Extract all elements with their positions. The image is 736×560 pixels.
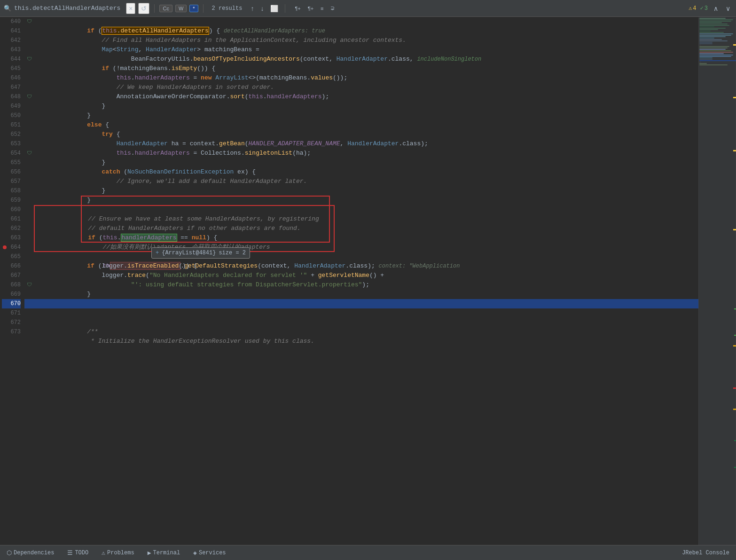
results-count: 2 results (208, 4, 246, 13)
next-result-button[interactable]: ↓ (258, 4, 266, 13)
nav-down-button[interactable]: ∨ (724, 4, 732, 13)
jrebel-tab[interactable]: JRebel Console (679, 549, 732, 557)
search-close-button[interactable]: × (126, 3, 135, 14)
services-label: Services (199, 550, 226, 556)
gutter-673 (24, 327, 34, 337)
code-line-643[interactable]: BeanFactoryUtils.beansOfTypeIncludingAnc… (34, 45, 698, 55)
line-num-671: 671 (2, 308, 21, 318)
code-line-644[interactable]: if (!matchingBeans.isEmpty()) { (34, 55, 698, 64)
gutter-646 (24, 73, 34, 83)
gutter-650 (24, 111, 34, 120)
gutter-661 (24, 214, 34, 224)
problems-tab[interactable]: ⚠ Problems (99, 548, 137, 558)
dependencies-tab[interactable]: ⬡ Dependencies (4, 548, 57, 558)
tooltip-expand-icon[interactable]: + (156, 250, 159, 256)
code-line-670[interactable] (34, 299, 698, 308)
gutter-657 (24, 177, 34, 186)
gutter-666 (24, 261, 34, 271)
code-line-669[interactable]: } (34, 290, 698, 299)
code-line-654[interactable]: } (34, 149, 698, 158)
line-num-655: 655 (2, 158, 21, 167)
code-line-671[interactable] (34, 308, 698, 318)
gutter-665 (24, 252, 34, 261)
line-num-645: 645 (2, 64, 21, 73)
line-num-666: 666 (2, 261, 21, 271)
code-line-642[interactable]: Map<String, HandlerAdapter> matchingBean… (34, 36, 698, 45)
gutter-653 (24, 139, 34, 149)
regex-button[interactable]: * (189, 5, 198, 12)
nav-up-button[interactable]: ∧ (712, 4, 720, 13)
funnel-option[interactable]: ⊋ (328, 4, 337, 12)
code-line-672[interactable]: /** (34, 318, 698, 327)
code-line-651[interactable]: try { (34, 120, 698, 130)
gutter-640: 🛡 (24, 17, 34, 26)
terminal-icon: ▶ (148, 549, 151, 557)
code-line-646[interactable]: // We keep HandlerAdapters in sorted ord… (34, 73, 698, 83)
line-num-659: 659 (2, 196, 21, 205)
code-line-668[interactable]: } (34, 280, 698, 290)
line-num-661: 661 (2, 214, 21, 224)
code-line-667[interactable]: "': using default strategies from Dispat… (34, 271, 698, 280)
code-line-657[interactable]: } (34, 177, 698, 186)
line-num-650: 650 (2, 111, 21, 120)
code-line-664[interactable]: th .getDefaultStrategies(context, Handle… (34, 243, 698, 252)
search-refresh-button[interactable]: ↺ (138, 3, 149, 14)
line-num-658: 658 (2, 186, 21, 196)
minimap-viewport (698, 18, 736, 545)
code-line-650[interactable]: else { (34, 111, 698, 120)
code-line-648[interactable]: } (34, 92, 698, 102)
code-line-653[interactable]: this.handlerAdapters = Collections.singl… (34, 139, 698, 149)
add-cursor2-option[interactable]: ¶+ (305, 5, 316, 12)
code-line-661[interactable]: // default HandlerAdapters if no other a… (34, 214, 698, 224)
line-num-640: 640 (2, 17, 21, 26)
line-num-652: 652 (2, 130, 21, 139)
match-case-button[interactable]: Cc (159, 5, 172, 12)
line-num-644: 644 (2, 55, 21, 64)
filter-option[interactable]: ≡ (318, 5, 326, 12)
line-num-672: 672 (2, 318, 21, 327)
terminal-tab[interactable]: ▶ Terminal (145, 548, 183, 558)
prev-result-button[interactable]: ↑ (249, 4, 256, 13)
services-tab[interactable]: ◈ Services (190, 548, 228, 558)
expand-button[interactable]: ⬜ (268, 4, 280, 13)
gutter-645 (24, 64, 34, 73)
gutter-659 (24, 196, 34, 205)
gutter-644: 🛡 (24, 55, 34, 64)
code-line-647[interactable]: AnnotationAwareOrderComparator.sort(this… (34, 83, 698, 92)
code-line-662[interactable]: if (this.handlerAdapters == null) { (34, 224, 698, 233)
code-content[interactable]: if (this.detectAllHandlerAdapters) { det… (34, 17, 698, 545)
code-line-660[interactable]: // Ensure we have at least some HandlerA… (34, 205, 698, 214)
match-word-button[interactable]: W (175, 5, 187, 12)
code-line-649[interactable]: } (34, 102, 698, 111)
problems-label: Problems (107, 550, 134, 556)
code-line-656[interactable]: // Ignore, we'll add a default HandlerAd… (34, 167, 698, 177)
code-line-665[interactable]: if (logger.isTraceEnabled()) { (34, 252, 698, 261)
add-cursor-option[interactable]: ¶+ (292, 5, 303, 12)
gutter-664 (24, 243, 34, 252)
separator2 (203, 4, 204, 13)
tooltip-popup[interactable]: + {ArrayList@4841} size = 2 (151, 247, 250, 259)
code-line-652[interactable]: HandlerAdapter ha = context.getBean(HAND… (34, 130, 698, 139)
gutter-641 (24, 26, 34, 36)
code-line-640[interactable]: if (this.detectAllHandlerAdapters) { det… (34, 17, 698, 26)
minimap[interactable] (698, 17, 736, 545)
change-stripe-3 (734, 440, 736, 441)
code-line-641[interactable]: // Find all HandlerAdapters in the Appli… (34, 26, 698, 36)
code-line-666[interactable]: logger.trace("No HandlerAdapters declare… (34, 261, 698, 271)
line-num-673: 673 (2, 327, 21, 337)
gutter-651 (24, 120, 34, 130)
line-num-669: 669 (2, 290, 21, 299)
line-num-665: 665 (2, 252, 21, 261)
code-line-673[interactable]: * Initialize the HandlerExceptionResolve… (34, 327, 698, 337)
code-line-645[interactable]: this.handlerAdapters = new ArrayList<>(m… (34, 64, 698, 73)
code-line-663[interactable]: //如果没有则默认\adapters，会获取四个默认的adapters (34, 233, 698, 243)
separator3 (285, 4, 285, 13)
code-line-659[interactable] (34, 196, 698, 205)
todo-tab[interactable]: ☰ TODO (64, 548, 91, 558)
gutter-658 (24, 186, 34, 196)
code-line-658[interactable]: } (34, 186, 698, 196)
search-stripe-1 (733, 345, 736, 347)
code-line-655[interactable]: catch (NoSuchBeanDefinitionException ex)… (34, 158, 698, 167)
gutter-667 (24, 271, 34, 280)
warning-stripe-4 (733, 229, 736, 230)
